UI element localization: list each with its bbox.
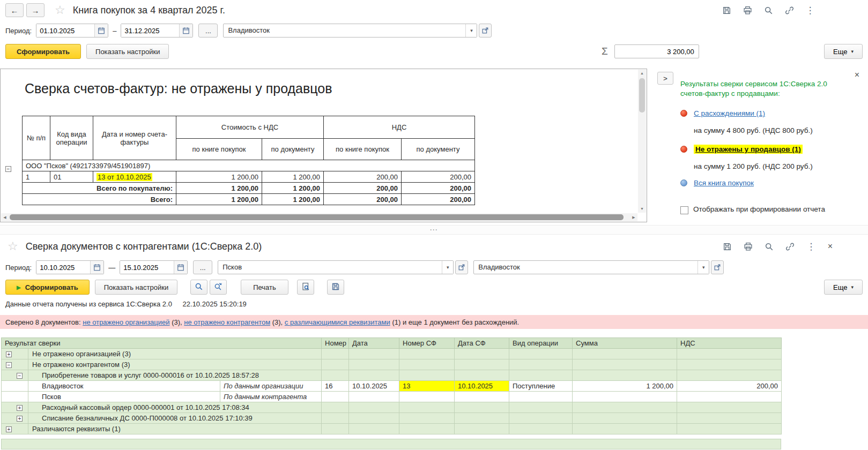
save-result-button[interactable] — [327, 280, 344, 295]
back-button[interactable]: ← — [5, 3, 24, 17]
show-settings-button[interactable]: Показать настройки — [86, 44, 169, 59]
group-label[interactable]: Не отражено контрагентом (3) — [28, 359, 322, 370]
collapse-minus-icon[interactable]: − — [17, 373, 23, 379]
period-variants-button[interactable]: ... — [198, 24, 218, 38]
group-header-cell[interactable]: ООО "Псков" (4921733979/451901897) — [23, 160, 475, 171]
find-icon[interactable] — [764, 241, 775, 252]
print-preview-button[interactable] — [297, 280, 314, 295]
cell-amount[interactable]: 1 200,00 — [573, 381, 677, 392]
organization-open-button[interactable] — [455, 260, 468, 274]
document-group-label[interactable]: Расходный кассовый ордер 0000-000001 от … — [28, 402, 322, 413]
cell-vat-book[interactable]: 200,00 — [324, 171, 402, 183]
vertical-scrollbar[interactable]: ▲ ▼ — [638, 70, 646, 213]
cell-side-name[interactable]: Владивосток — [28, 381, 220, 392]
with-differences-link[interactable]: С расхождениями (1) — [694, 109, 765, 117]
group-expander[interactable]: − — [5, 164, 11, 172]
vertical-scroll-thumb[interactable] — [639, 78, 645, 112]
whole-book-link[interactable]: Вся книга покупок — [694, 179, 754, 187]
cell-date[interactable]: 10.10.2025 — [349, 381, 399, 392]
cell-date[interactable] — [349, 392, 399, 402]
expand-plus-icon[interactable]: + — [17, 405, 23, 411]
not-reflected-link[interactable]: Не отражены у продавцов (1) — [694, 145, 803, 154]
favorite-star-icon[interactable]: ☆ — [8, 239, 18, 253]
group-label[interactable]: Различаются реквизиты (1) — [28, 424, 322, 434]
print-icon[interactable] — [743, 241, 754, 252]
not-reflected-by-counterparty-link[interactable]: не отражено контрагентом — [184, 318, 270, 326]
organization-combo[interactable]: Псков ▾ — [218, 260, 454, 274]
save-icon[interactable] — [721, 5, 732, 16]
scroll-up-icon[interactable]: ▲ — [638, 70, 646, 77]
cell-number[interactable]: 16 — [322, 381, 349, 392]
get-link-icon[interactable] — [784, 5, 795, 16]
calendar-icon[interactable] — [179, 24, 192, 37]
cell-vat-doc[interactable]: 200,00 — [402, 171, 475, 183]
cell-amount[interactable] — [573, 392, 677, 402]
calendar-icon[interactable] — [90, 261, 103, 274]
calendar-icon[interactable] — [94, 24, 108, 37]
cell-operation[interactable] — [509, 392, 573, 402]
collapse-minus-icon[interactable]: − — [6, 362, 12, 368]
cell-op-code[interactable]: 01 — [50, 171, 93, 183]
save-icon[interactable] — [722, 241, 733, 252]
period-from-input[interactable] — [36, 24, 94, 37]
organization-open-button[interactable] — [479, 24, 492, 38]
calendar-icon[interactable] — [174, 261, 187, 274]
chevron-down-icon[interactable]: ▾ — [442, 261, 453, 274]
cell-vat[interactable]: 200,00 — [677, 381, 782, 392]
print-button[interactable]: Печать — [241, 280, 288, 295]
chevron-down-icon[interactable]: ▾ — [465, 24, 477, 37]
period-from-field[interactable] — [36, 24, 108, 38]
period-from-field[interactable] — [36, 260, 104, 274]
print-icon[interactable] — [742, 5, 753, 16]
search-button[interactable] — [190, 280, 207, 295]
cell-cost-doc[interactable]: 1 200,00 — [262, 171, 324, 183]
find-icon[interactable] — [763, 5, 774, 16]
more-button[interactable]: Еще ▾ — [824, 280, 863, 295]
document-group-label[interactable]: Списание безналичных ДС 0000-П000008 от … — [28, 413, 322, 424]
counterparty-combo[interactable]: Владивосток ▾ — [473, 260, 709, 274]
cell-cost-book[interactable]: 1 200,00 — [176, 171, 262, 183]
horizontal-scroll-thumb[interactable] — [10, 214, 624, 220]
differing-requisites-link[interactable]: с различающимися реквизитами — [285, 318, 390, 326]
show-settings-button[interactable]: Показать настройки — [95, 280, 177, 295]
panel-collapse-button[interactable]: > — [657, 72, 673, 85]
group-label[interactable]: Не отражено организацией (3) — [28, 349, 322, 359]
cell-date-sf[interactable] — [455, 392, 509, 402]
expand-plus-icon[interactable]: + — [6, 351, 12, 357]
show-on-generate-checkbox[interactable] — [680, 206, 688, 214]
expand-plus-icon[interactable]: + — [17, 416, 23, 422]
scroll-left-icon[interactable]: ◀ — [1, 213, 9, 221]
cell-operation[interactable]: Поступление — [509, 381, 573, 392]
window-splitter[interactable]: ⋯ — [0, 225, 868, 235]
scroll-right-icon[interactable]: ▶ — [630, 213, 637, 221]
collapse-minus-icon[interactable]: − — [5, 166, 11, 172]
period-variants-button[interactable]: ... — [193, 260, 212, 274]
repeat-search-button[interactable] — [210, 280, 227, 295]
scroll-down-icon[interactable]: ▼ — [638, 205, 646, 213]
horizontal-scrollbar[interactable]: ◀ ▶ — [1, 213, 637, 221]
document-group-label[interactable]: Приобретение товаров и услуг 0000-000016… — [28, 370, 322, 381]
cell-number-sf[interactable] — [399, 392, 455, 402]
more-menu-icon[interactable]: ⋮ — [806, 241, 817, 252]
period-to-input[interactable] — [121, 24, 179, 37]
more-button[interactable]: Еще ▾ — [824, 44, 863, 59]
period-to-field[interactable] — [120, 260, 188, 274]
counterparty-open-button[interactable] — [711, 260, 724, 274]
expand-plus-icon[interactable]: + — [6, 426, 12, 432]
organization-combo[interactable]: Владивосток ▾ — [223, 24, 477, 38]
cell-invoice[interactable]: 13 от 10.10.2025 — [93, 171, 176, 183]
more-menu-icon[interactable]: ⋮ — [805, 5, 815, 16]
cell-side-name[interactable]: Псков — [28, 392, 220, 402]
forward-button[interactable]: → — [26, 3, 44, 17]
generate-button[interactable]: ▶ Сформировать — [5, 280, 90, 295]
cell-number-sf-highlighted[interactable]: 13 — [399, 381, 455, 392]
chevron-down-icon[interactable]: ▾ — [698, 261, 709, 274]
favorite-star-icon[interactable]: ☆ — [55, 3, 65, 17]
period-to-input[interactable] — [120, 261, 174, 274]
close-icon[interactable]: × — [828, 242, 833, 251]
generate-button[interactable]: Сформировать — [5, 44, 81, 59]
cell-npp[interactable]: 1 — [23, 171, 50, 183]
period-from-input[interactable] — [36, 261, 90, 274]
cell-date-sf-highlighted[interactable]: 10.10.2025 — [455, 381, 509, 392]
period-to-field[interactable] — [121, 24, 193, 38]
